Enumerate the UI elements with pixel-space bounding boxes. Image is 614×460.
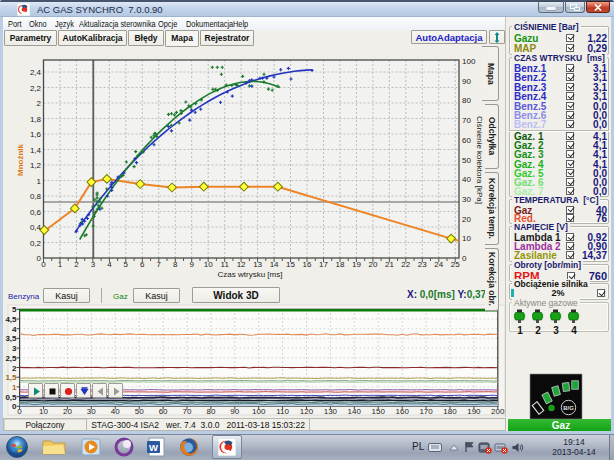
svg-text:B/G: B/G bbox=[563, 405, 574, 411]
svg-text:W: W bbox=[149, 442, 158, 453]
